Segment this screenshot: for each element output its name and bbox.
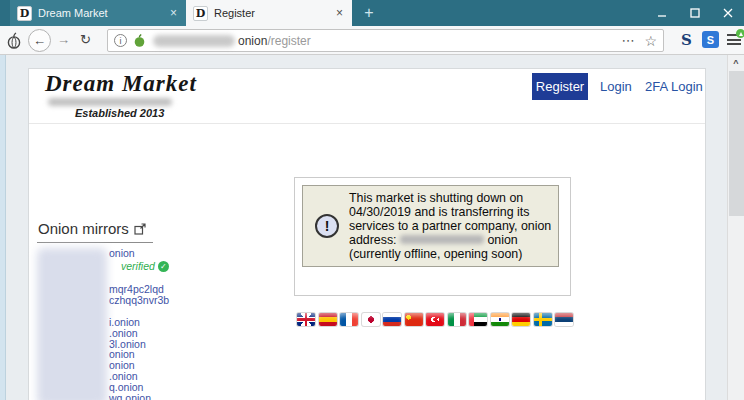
tor-onion-button[interactable] xyxy=(6,32,22,54)
shutdown-notice-panel: ! This market is shutting down on 04/30/… xyxy=(294,177,571,296)
menu-button[interactable] xyxy=(727,34,741,45)
onion-icon xyxy=(6,32,22,50)
redacted-onion-address xyxy=(400,235,484,244)
flag-rs-icon[interactable] xyxy=(555,313,573,326)
login-link[interactable]: Login xyxy=(600,79,632,94)
close-tab-icon[interactable]: × xyxy=(334,7,345,19)
blue-s-addon-icon[interactable]: S xyxy=(702,31,719,48)
onion-mirrors-heading: Onion mirrors xyxy=(38,220,146,237)
tab-register[interactable]: D Register × xyxy=(186,0,352,26)
tab-dream-market[interactable]: D Dream Market × xyxy=(10,0,186,26)
mirror-list: i.onion.onion3l.oniononiononion.onionq.o… xyxy=(109,317,151,400)
browser-toolbar: ← → ↻ i onion /register ⋯ ☆ S S xyxy=(0,26,744,55)
verified-check-icon: ✓ xyxy=(158,261,169,272)
flag-de-icon[interactable] xyxy=(512,313,530,326)
shutdown-notice-box: ! This market is shutting down on 04/30/… xyxy=(302,185,559,267)
minimize-button[interactable] xyxy=(645,0,678,26)
mirror-secondary: mqr4pc2lqdczhqq3nvr3b xyxy=(109,284,169,306)
site-info-icon[interactable]: i xyxy=(114,34,127,47)
url-path: /register xyxy=(267,34,310,48)
flag-it-icon[interactable] xyxy=(448,313,466,326)
update-badge-icon xyxy=(736,29,744,38)
alert-icon: ! xyxy=(315,214,339,238)
redacted-logo-address xyxy=(48,98,172,106)
flag-es-icon[interactable] xyxy=(319,313,337,326)
flag-jp-icon[interactable] xyxy=(362,313,380,326)
url-host: onion xyxy=(238,34,267,48)
new-tab-button[interactable]: + xyxy=(356,0,382,26)
language-flags xyxy=(297,313,573,326)
mirror-link-fragment[interactable]: czhqq3nvr3b xyxy=(109,295,169,306)
flag-ru-icon[interactable] xyxy=(383,313,401,326)
mirrors-divider xyxy=(37,242,153,243)
redacted-url xyxy=(153,35,235,47)
flag-cn-icon[interactable] xyxy=(405,313,423,326)
mirror-link-fragment[interactable]: onion xyxy=(109,248,135,259)
header-divider xyxy=(29,123,705,124)
back-button[interactable]: ← xyxy=(28,29,51,52)
external-link-icon[interactable] xyxy=(134,223,146,235)
dream-market-favicon: D xyxy=(17,6,32,21)
page-card: Dream Market Established 2013 Register L… xyxy=(28,68,706,400)
mirror-link-fragment[interactable]: .onion xyxy=(109,328,151,339)
flag-fr-icon[interactable] xyxy=(340,313,358,326)
flag-in-icon[interactable] xyxy=(491,313,509,326)
bookmark-star-icon[interactable]: ☆ xyxy=(644,33,657,49)
tab-title: Register xyxy=(214,7,334,19)
left-gutter xyxy=(0,55,6,400)
onion-mirrors-label: Onion mirrors xyxy=(38,220,129,237)
site-tagline: Established 2013 xyxy=(75,107,164,119)
verified-label: verified xyxy=(121,260,155,272)
address-bar[interactable]: i onion /register ⋯ ☆ xyxy=(107,29,664,52)
twofa-login-link[interactable]: 2FA Login xyxy=(645,79,703,94)
redacted-mirror-links xyxy=(37,248,107,400)
tab-title: Dream Market xyxy=(38,7,168,19)
maximize-icon xyxy=(690,8,700,18)
scroll-up-arrow[interactable]: ^ xyxy=(728,55,744,68)
vertical-scrollbar[interactable]: ^ xyxy=(727,55,744,400)
flag-se-icon[interactable] xyxy=(534,313,552,326)
close-tab-icon[interactable]: × xyxy=(168,7,179,19)
tab-bar: D Dream Market × D Register × + xyxy=(0,0,744,26)
forward-button[interactable]: → xyxy=(57,32,70,47)
dream-market-favicon: D xyxy=(193,6,208,21)
page-actions-icon[interactable]: ⋯ xyxy=(621,33,634,48)
browser-window: D Dream Market × D Register × + xyxy=(0,0,744,400)
mirror-link-fragment[interactable]: wq.onion xyxy=(109,393,151,400)
notice-address-suffix: onion xyxy=(487,233,517,247)
mirror-link-fragment[interactable]: q.onion xyxy=(109,382,151,393)
verified-row: verified ✓ xyxy=(121,260,169,272)
flag-gb-icon[interactable] xyxy=(297,313,315,326)
register-button[interactable]: Register xyxy=(532,73,588,100)
noscript-addon-icon[interactable]: S xyxy=(681,31,692,49)
onion-site-icon xyxy=(133,34,146,48)
flag-ae-icon[interactable] xyxy=(469,313,487,326)
site-logo: Dream Market xyxy=(45,71,197,97)
window-controls xyxy=(645,0,744,26)
shutdown-notice-text: This market is shutting down on 04/30/20… xyxy=(349,191,552,261)
scrollbar-thumb[interactable] xyxy=(729,71,744,216)
minimize-icon xyxy=(657,8,667,18)
flag-tr-icon[interactable] xyxy=(426,313,444,326)
reload-button[interactable]: ↻ xyxy=(80,32,91,47)
close-icon xyxy=(723,8,733,18)
notice-footer: (currently offline, opening soon) xyxy=(349,247,552,261)
close-window-button[interactable] xyxy=(711,0,744,26)
maximize-button[interactable] xyxy=(678,0,711,26)
